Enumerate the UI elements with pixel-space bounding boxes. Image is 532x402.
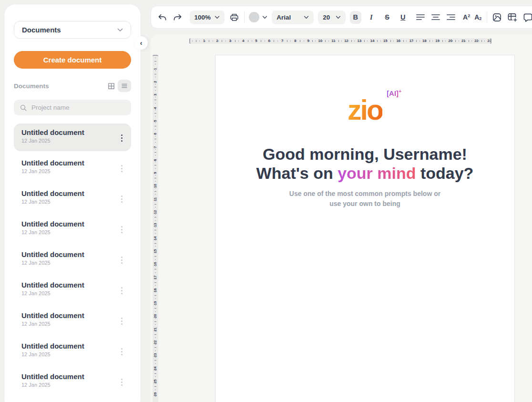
redo-button[interactable] (172, 11, 183, 23)
greeting-subtitle: Use one of the most common prompts below… (215, 189, 514, 208)
greeting-highlight: your mind (338, 164, 416, 182)
zio-logo-text: zio (348, 94, 382, 126)
chevron-down-icon (336, 16, 341, 19)
document-item[interactable]: Untitled document 12 Jan 2025 (14, 154, 131, 182)
document-item[interactable]: Untitled document 12 Jan 2025 (14, 337, 131, 365)
kebab-menu-icon[interactable] (119, 163, 124, 174)
kebab-menu-icon[interactable] (119, 285, 124, 296)
chevron-down-icon (304, 16, 309, 19)
document-item[interactable]: Untitled document 12 Jan 2025 (14, 215, 131, 243)
document-item[interactable]: Untitled document 12 Jan 2025 (14, 307, 131, 334)
print-button[interactable] (229, 11, 240, 23)
sidebar-collapse-button[interactable]: ‹ (134, 36, 148, 50)
create-document-button[interactable]: Create document (14, 51, 131, 69)
document-page[interactable]: zio [AI]+ Good morning, Username!What's … (215, 55, 515, 402)
document-date: 12 Jan 2025 (21, 321, 124, 327)
document-item[interactable]: Untitled document 12 Jan 2025 (14, 124, 131, 151)
strikethrough-button[interactable]: S (381, 11, 393, 24)
kebab-menu-icon[interactable] (119, 194, 124, 205)
horizontal-ruler: 1234567891011121314151617181920212223 (189, 38, 491, 44)
document-date: 12 Jan 2025 (21, 351, 124, 357)
document-item[interactable]: Untitled document 12 Jan 2025 (14, 185, 131, 212)
superscript-label: A (463, 13, 468, 21)
subscript-label: A (474, 13, 479, 21)
vertical-ruler: 1234567891011121314151617181920212223242… (153, 55, 158, 402)
document-date: 12 Jan 2025 (21, 260, 124, 266)
chevron-down-icon (117, 28, 123, 32)
undo-button[interactable] (157, 11, 168, 23)
bold-button[interactable]: B (350, 11, 361, 24)
document-date: 12 Jan 2025 (21, 168, 124, 174)
grid-view-button[interactable] (104, 80, 118, 92)
font-size-value: 20 (323, 14, 330, 21)
document-list: Untitled document 12 Jan 2025 Untitled d… (14, 124, 131, 395)
toolbar-divider (244, 11, 245, 23)
document-title: Untitled document (21, 311, 124, 320)
list-view-button[interactable] (118, 80, 131, 92)
chevron-down-icon (215, 16, 220, 19)
document-title: Untitled document (21, 128, 124, 136)
workspace-dropdown-value: Documents (22, 26, 61, 34)
subscript-button[interactable]: A2 (474, 13, 481, 21)
superscript-button[interactable]: A2 (463, 13, 470, 21)
document-date: 12 Jan 2025 (21, 229, 124, 235)
document-date: 12 Jan 2025 (21, 138, 124, 144)
document-date: 12 Jan 2025 (21, 199, 124, 205)
align-center-button[interactable] (430, 11, 441, 23)
kebab-menu-icon[interactable] (119, 133, 124, 144)
image-icon (492, 12, 502, 22)
document-title: Untitled document (21, 159, 124, 167)
table-add-icon (507, 12, 518, 22)
zoom-select[interactable]: 100% (190, 10, 225, 24)
ai-badge-icon: [AI]+ (387, 89, 401, 97)
font-family-value: Arial (276, 14, 291, 21)
kebab-menu-icon[interactable] (119, 316, 124, 327)
align-center-icon (431, 14, 440, 21)
kebab-menu-icon[interactable] (119, 377, 124, 388)
document-title: Untitled document (21, 250, 124, 258)
app-window: Documents Create document Documents (0, 0, 532, 402)
document-title: Untitled document (21, 189, 124, 197)
document-canvas: 1234567891011121314151617181920212223 12… (151, 34, 532, 402)
zoom-value: 100% (194, 14, 211, 21)
document-item[interactable]: Untitled document 12 Jan 2025 (14, 246, 131, 273)
kebab-menu-icon[interactable] (119, 346, 124, 357)
align-left-button[interactable] (415, 11, 426, 23)
comment-button[interactable] (522, 11, 532, 23)
redo-icon (173, 13, 183, 21)
align-right-icon (446, 14, 456, 21)
color-swatch-icon (249, 12, 259, 22)
workspace-dropdown[interactable]: Documents (14, 21, 131, 39)
align-left-icon (416, 14, 425, 21)
toolbar-divider (487, 11, 487, 23)
document-title: Untitled document (21, 342, 124, 350)
document-title: Untitled document (21, 281, 124, 289)
sidebar: Documents Create document Documents (4, 4, 141, 402)
italic-button[interactable]: I (366, 11, 377, 24)
chevron-down-icon (262, 16, 267, 19)
printer-icon (229, 12, 239, 22)
greeting-line1: Good morning, Username! (263, 145, 467, 163)
kebab-menu-icon[interactable] (119, 255, 124, 266)
search-input[interactable] (31, 104, 125, 111)
zio-logo: zio [AI]+ (348, 96, 382, 124)
editor-toolbar: 100% Arial 20 (151, 6, 532, 29)
insert-table-button[interactable] (507, 11, 518, 23)
insert-image-button[interactable] (491, 11, 502, 23)
document-date: 12 Jan 2025 (21, 382, 124, 388)
document-item[interactable]: Untitled document 12 Jan 2025 (14, 276, 131, 304)
undo-icon (157, 13, 167, 21)
documents-list-header: Documents (14, 80, 131, 92)
document-date: 12 Jan 2025 (21, 290, 124, 296)
align-right-button[interactable] (446, 11, 457, 23)
document-title: Untitled document (21, 220, 124, 228)
document-item[interactable]: Untitled document 12 Jan 2025 (14, 368, 131, 395)
font-size-select[interactable]: 20 (318, 10, 346, 24)
kebab-menu-icon[interactable] (119, 224, 124, 235)
font-family-select[interactable]: Arial (272, 10, 314, 24)
underline-button[interactable]: U (397, 11, 409, 24)
grid-view-icon (107, 82, 115, 90)
search-box (14, 100, 131, 115)
documents-section-label: Documents (14, 82, 104, 90)
text-color-picker[interactable] (249, 12, 267, 22)
